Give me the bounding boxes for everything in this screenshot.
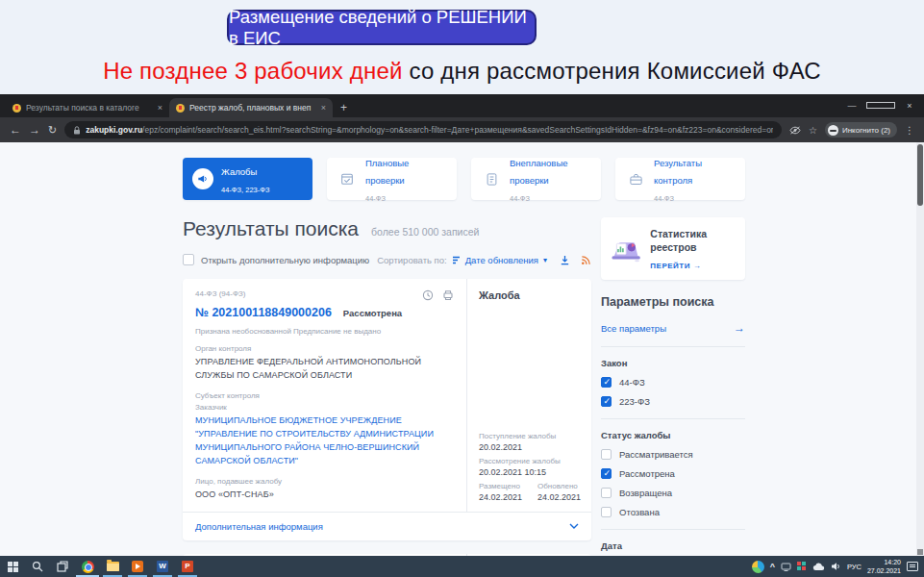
download-icon[interactable] — [560, 255, 570, 265]
status-option-withdrawn[interactable]: Отозвана — [601, 507, 745, 517]
taskbar-chrome-button[interactable] — [75, 556, 100, 577]
subject-link[interactable]: МУНИЦИПАЛЬНОЕ БЮДЖЕТНОЕ УЧРЕЖДЕНИЕ "УПРА… — [195, 414, 454, 468]
date-filter-section: Дата Поступление жалобы Все от дд.мм.ггг… — [601, 530, 745, 556]
event-log-icon[interactable] — [422, 289, 434, 301]
maximize-icon — [866, 102, 895, 109]
back-button[interactable]: ← — [10, 123, 21, 137]
task-view-button[interactable] — [50, 556, 75, 577]
law-option-44fz[interactable]: 44-ФЗ — [601, 377, 745, 388]
tab-label: Внеплановые проверки — [510, 158, 568, 186]
checkbox[interactable] — [601, 468, 612, 479]
sort-by-label: Сортировать по: — [377, 255, 446, 265]
scrollbar-thumb[interactable] — [917, 144, 923, 206]
briefcase-icon — [625, 168, 646, 189]
sort-order-icon[interactable] — [452, 256, 461, 264]
complaint-card: 44-ФЗ (94-ФЗ) № 202100118849000206 — [183, 279, 591, 540]
status-filter-section: Статус жалобы Рассматривается Рассмотрен… — [601, 419, 745, 530]
browser-tab-search-catalog[interactable]: Результаты поиска в каталоге × — [6, 98, 169, 117]
filer-value: ООО «ОПТ-СНАБ» — [195, 489, 454, 502]
network-icon[interactable] — [781, 563, 791, 571]
sidebar: Статистика реестров ПЕРЕЙТИ → Параметры … — [601, 217, 745, 556]
receipt-label: Поступление жалобы — [479, 432, 580, 440]
open-info-checkbox[interactable] — [183, 254, 194, 265]
word-icon: W — [157, 561, 168, 572]
tray-expand-icon[interactable]: ^ — [770, 562, 775, 571]
search-icon — [32, 561, 43, 572]
chrome-icon — [82, 561, 94, 573]
start-button[interactable] — [0, 556, 25, 577]
new-tab-button[interactable]: + — [340, 101, 347, 114]
law-option-223fz[interactable]: 223-ФЗ — [601, 396, 745, 407]
language-indicator[interactable]: РУС — [847, 563, 862, 571]
bookmark-star-icon[interactable]: ☆ — [809, 125, 817, 136]
browser-toolbar: ← → ↻ zakupki.gov.ru/epz/complaint/searc… — [0, 117, 924, 142]
close-tab-icon[interactable]: × — [158, 103, 162, 113]
law-section-title: Закон — [601, 358, 745, 368]
all-params-link[interactable]: Все параметры → — [601, 309, 745, 347]
tab-complaints[interactable]: Жалобы44-ФЗ, 223-ФЗ — [183, 158, 312, 200]
statistics-go-link[interactable]: ПЕРЕЙТИ → — [650, 262, 737, 270]
close-tab-icon[interactable]: × — [321, 103, 326, 113]
megaphone-icon — [192, 168, 213, 189]
print-icon[interactable] — [442, 289, 454, 301]
subject-label: Субъект контроля — [195, 391, 454, 400]
checkbox[interactable] — [601, 449, 612, 460]
incognito-label: Инкогнито (2) — [842, 126, 890, 135]
media-player-icon — [132, 561, 143, 572]
incognito-icon — [828, 125, 838, 136]
tray-app-icon[interactable] — [752, 561, 764, 573]
taskbar-explorer-button[interactable] — [100, 556, 125, 577]
volume-icon[interactable] — [831, 562, 841, 571]
placed-label: Размещено — [479, 482, 522, 490]
maximize-button[interactable] — [866, 94, 895, 117]
url-domain: zakupki.gov.ru — [86, 125, 142, 135]
tab-unplanned-inspections[interactable]: Внеплановые проверки44-ФЗ — [471, 158, 601, 200]
tab-label: Жалобы — [221, 166, 257, 177]
browser-tab-complaints-registry[interactable]: Реестр жалоб, плановых и внеп × — [169, 98, 333, 117]
taskbar-clock[interactable]: 14:20 27.02.2021 — [867, 558, 901, 576]
review-label: Рассмотрение жалобы — [479, 457, 580, 465]
additional-info-toggle[interactable]: Дополнительная информация — [183, 512, 591, 540]
forward-button[interactable]: → — [29, 123, 40, 137]
status-badge: Рассмотрена — [343, 308, 402, 318]
tab-sublabel: 44-ФЗ — [365, 194, 386, 203]
scrollbar-down-button[interactable] — [917, 549, 923, 555]
sort-value-dropdown[interactable]: Дате обновления — [465, 255, 538, 265]
cloud-icon[interactable] — [812, 563, 825, 571]
additional-info-label: Дополнительная информация — [195, 521, 323, 532]
browser-menu-icon[interactable]: ⋮ — [905, 125, 914, 136]
reload-button[interactable]: ↻ — [48, 124, 57, 137]
registry-statistics-card[interactable]: Статистика реестров ПЕРЕЙТИ → — [601, 217, 745, 280]
rss-icon[interactable] — [581, 255, 591, 265]
address-bar[interactable]: zakupki.gov.ru/epz/complaint/search/sear… — [64, 121, 782, 138]
organ-label: Орган контроля — [195, 344, 454, 353]
results-column: Результаты поиска более 510 000 записей … — [183, 217, 591, 556]
status-option-reviewed[interactable]: Рассмотрена — [601, 468, 745, 479]
checkbox[interactable] — [601, 396, 612, 407]
eye-off-icon[interactable] — [789, 126, 801, 135]
tab-title: Реестр жалоб, плановых и внеп — [189, 103, 316, 113]
status-option-reviewing[interactable]: Рассматривается — [601, 449, 745, 460]
chevron-down-icon[interactable]: ▾ — [543, 256, 547, 264]
taskbar-word-button[interactable]: W — [150, 556, 175, 577]
browser-window: Результаты поиска в каталоге × Реестр жа… — [0, 94, 924, 556]
tab-favicon — [176, 104, 185, 113]
page-scrollbar[interactable] — [916, 142, 924, 556]
checkbox[interactable] — [601, 377, 612, 388]
taskbar-media-button[interactable] — [125, 556, 150, 577]
close-window-button[interactable]: × — [895, 94, 924, 117]
action-center-icon[interactable] — [907, 562, 918, 571]
tab-planned-inspections[interactable]: Плановые проверки44-ФЗ — [327, 158, 457, 200]
checkbox[interactable] — [601, 507, 612, 517]
subtitle-rest: со дня рассмотрения Комиссией ФАС — [403, 58, 821, 84]
powerpoint-icon: P — [182, 561, 193, 572]
checkbox[interactable] — [601, 488, 612, 498]
status-option-returned[interactable]: Возвращена — [601, 488, 745, 498]
taskbar-search-button[interactable] — [25, 556, 50, 577]
taskbar-powerpoint-button[interactable]: P — [175, 556, 200, 577]
complaint-number-link[interactable]: № 202100118849000206 — [195, 306, 332, 319]
minimize-button[interactable]: — — [837, 94, 866, 117]
tab-control-results[interactable]: Результаты контроля44-ФЗ — [615, 158, 745, 200]
page-viewport: Жалобы44-ФЗ, 223-ФЗ Плановые проверки44-… — [0, 142, 924, 556]
antivirus-icon[interactable] — [797, 562, 807, 571]
